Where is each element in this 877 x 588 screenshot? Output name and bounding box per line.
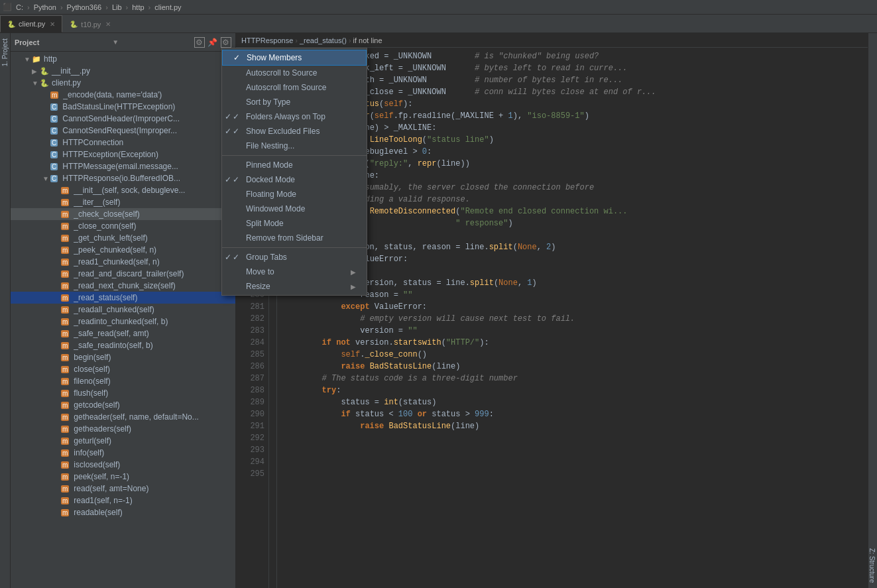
- top-nav-python[interactable]: Python: [34, 3, 56, 11]
- tree-item-isclosed[interactable]: m isclosed(self): [11, 459, 235, 471]
- panel-gear-icon[interactable]: ⚙: [194, 37, 205, 48]
- tree-item-getheaders[interactable]: m getheaders(self): [11, 423, 235, 435]
- tree-item-discard-trailer[interactable]: m _read_and_discard_trailer(self): [11, 268, 235, 280]
- tree-item-read1[interactable]: m read1(self, n=-1): [11, 495, 235, 506]
- top-nav-c[interactable]: ⬛: [3, 3, 12, 11]
- code-line-287: self._close_conn(): [284, 349, 861, 361]
- tree-item-badstatusline[interactable]: C BadStatusLine(HTTPException): [11, 101, 235, 113]
- tree-item-check-close[interactable]: m _check_close(self): [11, 208, 235, 220]
- code-line-293: if status < 100 or status > 999:: [284, 408, 861, 420]
- menu-label-folders-on-top: Folders Always on Top: [246, 112, 325, 121]
- menu-item-show-excluded[interactable]: ✓ Show Excluded Files: [222, 124, 367, 139]
- menu-item-pinned-mode[interactable]: Pinned Mode: [222, 158, 367, 172]
- menu-item-folders-on-top[interactable]: ✓ Folders Always on Top: [222, 109, 367, 124]
- tab-client-py-close[interactable]: ✕: [50, 21, 55, 28]
- tree-item-http[interactable]: ▼ 📁 http: [11, 53, 235, 65]
- tree-label-discard-trailer: _read_and_discard_trailer(self): [74, 269, 184, 278]
- tree-item-peek-chunked[interactable]: m _peek_chunked(self, n): [11, 244, 235, 256]
- menu-item-file-nesting[interactable]: File Nesting...: [222, 139, 367, 153]
- tree-item-httpconn[interactable]: C HTTPConnection: [11, 137, 235, 148]
- tab-t10-py-icon: 🐍: [70, 21, 78, 28]
- tree-item-begin[interactable]: m begin(self): [11, 351, 235, 363]
- panel-settings-icon[interactable]: ⚙: [221, 37, 231, 48]
- code-line-281: version, status = line.split(None, 1): [284, 277, 861, 289]
- tree-item-close[interactable]: m close(self): [11, 363, 235, 375]
- m-icon-safe-readinto: m: [61, 342, 69, 349]
- menu-label-sort-by-type: Sort by Type: [246, 97, 290, 107]
- menu-item-show-members[interactable]: ✓ Show Members: [222, 50, 367, 66]
- tree-item-httpresponse[interactable]: ▼ C HTTPResponse(io.BufferedIOB...: [11, 172, 235, 184]
- tree-item-read1-chunked[interactable]: m _read1_chunked(self, n): [11, 256, 235, 268]
- tree-item-init2[interactable]: m __init__(self, sock, debugleve...: [11, 184, 235, 196]
- top-nav-lib[interactable]: Lib: [112, 3, 122, 11]
- m-icon-peek-chunked: m: [61, 247, 69, 254]
- tree-item-readall-chunked[interactable]: m _readall_chunked(self): [11, 304, 235, 316]
- tree-item-encode[interactable]: m _encode(data, name='data'): [11, 89, 235, 101]
- sidebar-tab-project[interactable]: 1. Project: [0, 33, 10, 72]
- tree-item-cannotsendheader[interactable]: C CannotSendHeader(ImproperC...: [11, 113, 235, 125]
- panel-dropdown[interactable]: ▼: [112, 38, 119, 46]
- tree-item-next-chunk-size[interactable]: m _read_next_chunk_size(self): [11, 280, 235, 292]
- tree-item-iter[interactable]: m __iter__(self): [11, 196, 235, 208]
- code-line-280: try:: [284, 265, 861, 277]
- menu-item-split-mode[interactable]: Split Mode: [222, 216, 367, 231]
- top-nav-http[interactable]: http: [132, 3, 144, 11]
- tree-item-client[interactable]: ▼ 🐍 client.py: [11, 77, 235, 89]
- tree-item-getheader[interactable]: m getheader(self, name, default=No...: [11, 411, 235, 423]
- menu-item-resize[interactable]: Resize ▶: [222, 279, 367, 294]
- file-tree: ▼ 📁 http ▶ 🐍 __init__.py ▼ 🐍 client.py: [11, 52, 235, 588]
- menu-item-remove-sidebar[interactable]: Remove from Sidebar: [222, 231, 367, 245]
- tree-label-read: read(self, amt=None): [74, 484, 148, 493]
- tab-client-py[interactable]: 🐍 client.py ✕: [0, 15, 62, 32]
- top-nav-c-label[interactable]: C:: [16, 3, 23, 11]
- tree-label-begin: begin(self): [74, 353, 111, 362]
- tree-item-safe-read[interactable]: m _safe_read(self, amt): [11, 327, 235, 339]
- tree-item-readable[interactable]: m readable(self): [11, 506, 235, 518]
- m-icon-getcode: m: [61, 402, 69, 409]
- tree-item-read-status[interactable]: m _read_status(self): [11, 292, 235, 304]
- tree-item-fileno[interactable]: m fileno(self): [11, 375, 235, 387]
- menu-item-move-to[interactable]: Move to ▶: [222, 265, 367, 279]
- tree-item-geturl[interactable]: m geturl(self): [11, 435, 235, 447]
- tree-item-close-conn[interactable]: m _close_conn(self): [11, 220, 235, 232]
- panel-pin-icon[interactable]: 📌: [207, 37, 218, 48]
- tree-item-cannotsendreq[interactable]: C CannotSendRequest(Improper...: [11, 125, 235, 137]
- tree-item-flush[interactable]: m flush(self): [11, 387, 235, 399]
- menu-item-autoscroll-from[interactable]: Autoscroll from Source: [222, 80, 367, 95]
- menu-item-sort-by-type[interactable]: Sort by Type: [222, 95, 367, 109]
- context-menu: ✓ Show Members Autoscroll to Source Auto…: [221, 48, 367, 296]
- tree-item-read[interactable]: m read(self, amt=None): [11, 483, 235, 495]
- tree-item-peek[interactable]: m peek(self, n=-1): [11, 471, 235, 483]
- m-icon-close: m: [61, 366, 69, 373]
- c-icon-bad: C: [50, 103, 58, 111]
- tab-t10-py-close[interactable]: ✕: [105, 21, 111, 28]
- menu-item-autoscroll-to[interactable]: Autoscroll to Source: [222, 66, 367, 80]
- top-nav-client[interactable]: client.py: [154, 3, 181, 11]
- tree-item-readinto-chunked[interactable]: m _readinto_chunked(self, b): [11, 316, 235, 327]
- tree-item-init[interactable]: ▶ 🐍 __init__.py: [11, 65, 235, 77]
- tab-t10-py[interactable]: 🐍 t10.py ✕: [62, 15, 118, 32]
- tree-label-read1-chunked: _read1_chunked(self, n): [74, 257, 159, 266]
- code-line-270: if self.debuglevel > 0:: [284, 146, 861, 158]
- code-line-282: reason = "": [284, 289, 861, 301]
- c-icon-httpex: C: [50, 151, 58, 158]
- tree-item-get-chunk[interactable]: m _get_chunk_left(self): [11, 232, 235, 244]
- breadcrumb-ifnotline: if not line: [353, 36, 382, 44]
- tree-item-httpmsg[interactable]: C HTTPMessage(email.message...: [11, 160, 235, 172]
- tree-item-httpex[interactable]: C HTTPException(Exception): [11, 148, 235, 160]
- tree-label-client: client.py: [52, 78, 81, 88]
- top-nav-python366[interactable]: Python366: [67, 3, 102, 11]
- c-icon-csr: C: [50, 127, 58, 135]
- tree-item-getcode[interactable]: m getcode(self): [11, 399, 235, 411]
- tree-label-peek-chunked: _peek_chunked(self, n): [74, 245, 156, 255]
- tree-item-info[interactable]: m info(self): [11, 447, 235, 459]
- menu-item-windowed-mode[interactable]: Windowed Mode: [222, 202, 367, 216]
- right-sidebar-tab-structure[interactable]: Z: Structure: [868, 543, 877, 588]
- tree-label-close-conn: _close_conn(self): [74, 221, 136, 231]
- menu-item-group-tabs[interactable]: ✓ Group Tabs: [222, 250, 367, 265]
- code-line-279: except ValueError:: [284, 253, 861, 265]
- tree-item-safe-readinto[interactable]: m _safe_readinto(self, b): [11, 339, 235, 351]
- separator-2: [222, 247, 367, 248]
- menu-item-docked-mode[interactable]: ✓ Docked Mode: [222, 172, 367, 187]
- menu-item-floating-mode[interactable]: Floating Mode: [222, 187, 367, 202]
